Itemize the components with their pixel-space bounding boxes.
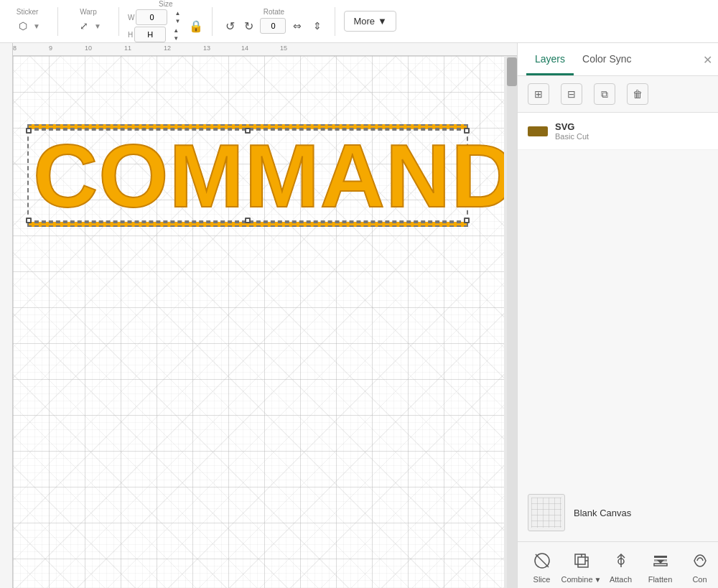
ruler-mark-14: 14 (241, 45, 248, 52)
ruler-horizontal: 8 9 10 11 12 13 14 15 (0, 43, 517, 56)
svg-rect-9 (654, 564, 667, 566)
flip-h-btn[interactable]: ⇔ (289, 17, 306, 34)
rotate-group: Rotate ↺ ↻ ⇔ ⇕ (221, 8, 326, 34)
svg-rect-3 (578, 557, 588, 567)
rotate-cw-btn[interactable]: ↻ (240, 17, 257, 34)
handle-bc (245, 218, 251, 223)
commanders-design[interactable]: COMMANDERS (27, 124, 468, 227)
attach-icon (610, 549, 633, 572)
layer-swatch (528, 126, 548, 136)
warp-group: Warp ⤢ ▼ (67, 8, 110, 34)
tab-color-sync[interactable]: Color Sync (574, 43, 640, 75)
layer-item-svg[interactable]: SVG Basic Cut (518, 113, 718, 150)
rotate-ccw-btn[interactable]: ↺ (221, 17, 238, 34)
size-h-input[interactable] (134, 27, 166, 42)
rotate-label: Rotate (264, 8, 284, 16)
canvas-area[interactable]: 8 9 10 11 12 13 14 15 COMMANDERS (0, 43, 517, 588)
warp-label: Warp (80, 8, 97, 16)
canvas-preview-item[interactable]: Blank Canvas (528, 494, 631, 531)
delete-icon: 🗑 (633, 88, 643, 100)
size-w-down[interactable]: ▼ (169, 17, 186, 25)
panel-duplicate-btn[interactable]: ⧉ (594, 83, 615, 105)
main-area: 8 9 10 11 12 13 14 15 COMMANDERS (0, 43, 718, 588)
size-group: Size W ▲ ▼ H ▲ ▼ (128, 0, 203, 42)
size-w-up[interactable]: ▲ (169, 9, 186, 17)
slice-icon (531, 549, 554, 572)
flatten-label: Flatten (648, 575, 673, 584)
sticker-group: Sticker ⬡ ▼ (6, 8, 49, 34)
more-chevron-icon: ▼ (378, 16, 387, 27)
svg-rect-2 (575, 554, 585, 564)
slice-label: Slice (533, 575, 551, 584)
contour-label: Con (692, 575, 707, 584)
warp-icon-btn[interactable]: ⤢ (75, 17, 93, 34)
commanders-text: COMMANDERS (27, 129, 468, 222)
sticker-label: Sticker (17, 8, 39, 16)
duplicate-icon: ⧉ (601, 88, 608, 101)
slice-tool[interactable]: Slice (522, 549, 561, 584)
combine-tool[interactable]: Combine ▼ (561, 549, 601, 584)
more-label: More (353, 16, 375, 27)
layer-sub: Basic Cut (555, 132, 589, 141)
canvas-preview-area: Blank Canvas (518, 150, 718, 541)
rotate-input[interactable] (260, 18, 286, 34)
ruler-mark-8: 8 (13, 45, 17, 52)
combine-chevron: ▼ (595, 576, 602, 584)
panel-tabs: Layers Color Sync ✕ (518, 43, 718, 76)
bottom-panel-tools: Slice Combine ▼ (522, 549, 714, 584)
ruler-vertical (0, 43, 13, 588)
sticker-icon-btn[interactable]: ⬡ (14, 17, 32, 34)
flatten-tool[interactable]: Flatten (640, 549, 680, 584)
right-panel: Layers Color Sync ✕ ⊞ ⊟ ⧉ 🗑 (517, 43, 718, 588)
lock-icon: 🔒 (189, 19, 203, 33)
handle-bl (26, 218, 32, 223)
contour-tool[interactable]: Con (680, 549, 718, 584)
ungroup-icon: ⊟ (567, 88, 576, 100)
scroll-thumb[interactable] (507, 57, 517, 86)
ruler-mark-9: 9 (49, 45, 52, 52)
panel-toolbar: ⊞ ⊟ ⧉ 🗑 (518, 76, 718, 113)
svg-rect-7 (654, 556, 667, 558)
combine-label: Combine (561, 575, 593, 584)
panel-ungroup-btn[interactable]: ⊟ (561, 83, 582, 105)
combine-icon (570, 549, 593, 572)
ruler-mark-13: 13 (203, 45, 210, 52)
divider-4 (335, 7, 335, 36)
contour-icon (689, 549, 712, 572)
layer-name: SVG (555, 121, 589, 132)
attach-label: Attach (610, 575, 632, 584)
vertical-scrollbar[interactable] (507, 56, 517, 588)
divider-2 (118, 7, 119, 36)
grid-canvas: COMMANDERS (13, 56, 504, 588)
panel-close-btn[interactable]: ✕ (703, 52, 712, 66)
flatten-icon (649, 549, 672, 572)
ruler-mark-15: 15 (280, 45, 287, 52)
size-label: Size (159, 0, 172, 8)
size-h-down[interactable]: ▼ (167, 34, 185, 42)
more-button[interactable]: More ▼ (344, 11, 396, 32)
group-icon: ⊞ (534, 88, 543, 100)
divider-1 (57, 7, 58, 36)
canvas-preview-label: Blank Canvas (574, 508, 631, 518)
handle-tr (464, 128, 470, 134)
sticker-sub: ▼ (33, 22, 40, 30)
ruler-mark-11: 11 (124, 45, 131, 52)
size-w-input[interactable] (136, 9, 167, 25)
ruler-mark-12: 12 (164, 45, 171, 52)
main-toolbar: Sticker ⬡ ▼ Warp ⤢ ▼ Size W ▲ ▼ (0, 0, 718, 43)
attach-tool[interactable]: Attach (601, 549, 640, 584)
handle-tl (26, 128, 32, 134)
bottom-panel: Slice Combine ▼ (518, 541, 718, 588)
canvas-thumbnail (528, 494, 565, 531)
panel-group-btn[interactable]: ⊞ (528, 83, 549, 105)
panel-delete-btn[interactable]: 🗑 (627, 83, 648, 105)
flip-v-btn[interactable]: ⇕ (309, 17, 326, 34)
ruler-mark-10: 10 (85, 45, 92, 52)
size-h-up[interactable]: ▲ (167, 27, 185, 34)
tab-layers[interactable]: Layers (526, 43, 574, 75)
svg-line-1 (536, 554, 549, 567)
divider-3 (212, 7, 213, 36)
handle-br (464, 218, 470, 223)
handle-tc (245, 128, 251, 134)
